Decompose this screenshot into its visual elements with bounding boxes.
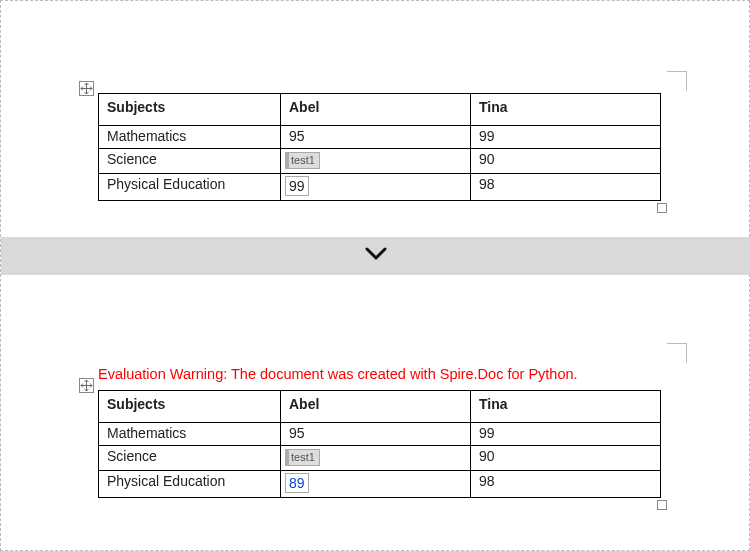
editable-field[interactable]: 89 [285,473,309,493]
editable-field[interactable]: 99 [285,176,309,196]
cell-tina: 90 [471,446,661,471]
page-corner-top-right [667,71,687,91]
permission-tag[interactable]: test1 [285,449,320,466]
chevron-down-icon [364,245,388,267]
move-icon [80,379,93,392]
table-move-handle[interactable] [79,81,94,96]
field-value: 89 [289,475,305,491]
permission-tag[interactable]: test1 [285,152,320,169]
cell-abel: 95 [281,126,471,149]
table-resize-handle[interactable] [657,500,667,510]
document-canvas: Subjects Abel Tina Mathematics 95 99 Sci… [0,0,750,551]
table-row: Physical Education 99 98 [99,174,661,201]
cell-abel: test1 [281,446,471,471]
cell-abel: test1 [281,149,471,174]
table-header-row: Subjects Abel Tina [99,391,661,423]
table-row: Science test1 90 [99,446,661,471]
cell-subject: Mathematics [99,423,281,446]
table-header-row: Subjects Abel Tina [99,94,661,126]
col-header-tina: Tina [471,391,661,423]
table-row: Physical Education 89 98 [99,471,661,498]
cell-subject: Physical Education [99,174,281,201]
cell-abel: 95 [281,423,471,446]
separator-band [1,237,750,275]
page-corner-top-right [667,343,687,363]
table-move-handle[interactable] [79,378,94,393]
table-resize-handle[interactable] [657,203,667,213]
cell-abel: 89 [281,471,471,498]
evaluation-warning: Evaluation Warning: The document was cre… [98,366,578,382]
cell-subject: Physical Education [99,471,281,498]
col-header-tina: Tina [471,94,661,126]
table-row: Science test1 90 [99,149,661,174]
table-row: Mathematics 95 99 [99,423,661,446]
move-icon [80,82,93,95]
col-header-abel: Abel [281,391,471,423]
col-header-subjects: Subjects [99,94,281,126]
cell-abel: 99 [281,174,471,201]
cell-tina: 99 [471,423,661,446]
grades-table-after: Subjects Abel Tina Mathematics 95 99 Sci… [98,390,661,498]
cell-subject: Science [99,149,281,174]
grades-table-before: Subjects Abel Tina Mathematics 95 99 Sci… [98,93,661,201]
cell-tina: 90 [471,149,661,174]
table-row: Mathematics 95 99 [99,126,661,149]
cell-tina: 99 [471,126,661,149]
field-value: 99 [289,178,305,194]
cell-subject: Mathematics [99,126,281,149]
col-header-subjects: Subjects [99,391,281,423]
col-header-abel: Abel [281,94,471,126]
cell-tina: 98 [471,471,661,498]
cell-subject: Science [99,446,281,471]
cell-tina: 98 [471,174,661,201]
